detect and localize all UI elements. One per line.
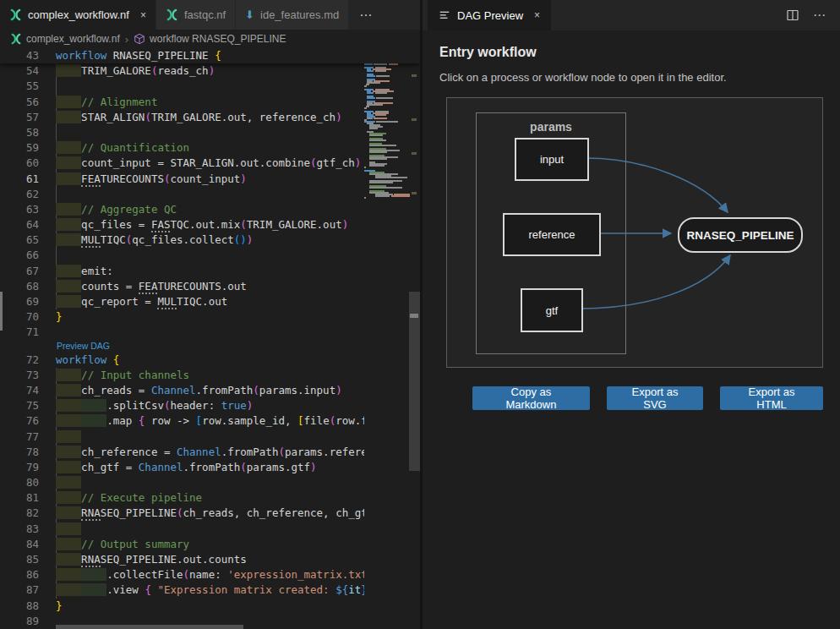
editor-group: complex_workflow.nf × fastqc.nf ⬇ ide_fe… [0, 0, 420, 629]
tab-fastqc-nf[interactable]: fastqc.nf [156, 0, 236, 30]
code-line[interactable]: 78 ch_reference = Channel.fromPath(param… [0, 445, 420, 460]
line-number: 55 [0, 79, 39, 94]
code-line[interactable]: 62 [0, 187, 420, 202]
code-line[interactable]: 88} [0, 599, 420, 614]
code-line[interactable]: 75 .splitCsv(header: true) [0, 398, 420, 413]
code-line[interactable]: 79 ch_gtf = Channel.fromPath(params.gtf) [0, 460, 420, 475]
codelens-preview-dag[interactable]: Preview DAG [0, 341, 420, 353]
cluster-params-label: params [477, 120, 625, 134]
code-line[interactable]: 85 RNASEQ_PIPELINE.out.counts [0, 552, 420, 567]
code-line[interactable]: 77 [0, 429, 420, 445]
panel-tab-dag-preview[interactable]: DAG Preview × [428, 0, 551, 30]
line-number: 85 [0, 552, 39, 567]
tab-label: fastqc.nf [184, 8, 226, 21]
sticky-scroll-line[interactable]: 43workflow RNASEQ_PIPELINE { [0, 48, 420, 63]
export-html-button[interactable]: Export as HTML [720, 386, 823, 410]
code-line[interactable]: 63 // Aggregate QC [0, 202, 420, 217]
line-number: 64 [0, 217, 39, 232]
editor-vertical-scrollbar[interactable] [409, 292, 420, 471]
code-line[interactable]: 61 FEATURECOUNTS(count_input) [0, 172, 420, 187]
line-number: 82 [0, 506, 39, 521]
tab-label: ide_features.md [260, 8, 339, 21]
split-editor-button[interactable] [786, 8, 799, 22]
editor-tab-bar: complex_workflow.nf × fastqc.nf ⬇ ide_fe… [0, 0, 420, 30]
line-number: 58 [0, 125, 39, 140]
code-line[interactable]: 56 // Alignment [0, 95, 420, 110]
code-line[interactable]: 60 count_input = STAR_ALIGN.out.combine(… [0, 156, 420, 171]
line-number: 71 [0, 325, 39, 340]
symbol-cube-icon [134, 33, 145, 45]
line-number: 60 [0, 156, 39, 171]
tab-ide-features-md[interactable]: ⬇ ide_features.md [236, 0, 349, 30]
tab-complex-workflow-nf[interactable]: complex_workflow.nf × [0, 0, 156, 30]
node-input[interactable]: input [515, 138, 589, 181]
code-line[interactable]: 64 qc_files = FASTQC.out.mix(TRIM_GALORE… [0, 217, 420, 232]
minimap[interactable] [361, 50, 408, 200]
copy-markdown-button[interactable]: Copy as Markdown [472, 386, 590, 410]
nextflow-icon [166, 8, 178, 21]
code-line[interactable]: 76 .map { row -> [row.sample_id, [file(r… [0, 413, 420, 429]
code-line[interactable]: 72workflow { [0, 353, 420, 368]
code-line[interactable]: 87 .view { "Expression matrix created: $… [0, 583, 420, 598]
code-line[interactable]: 84 // Output summary [0, 537, 420, 552]
line-number: 87 [0, 583, 39, 598]
breadcrumb-separator: › [125, 33, 128, 46]
breadcrumb-file[interactable]: complex_workflow.nf [26, 33, 120, 45]
editor-horizontal-scrollbar[interactable] [56, 625, 243, 629]
code-line[interactable]: 65 MULTIQC(qc_files.collect()) [0, 232, 420, 248]
code-line[interactable]: 67 emit: [0, 264, 420, 279]
code-line[interactable]: 58 [0, 125, 420, 140]
line-number: 75 [0, 398, 39, 413]
tabs-overflow-button[interactable]: ⋯ [349, 0, 383, 30]
panel-actions: ⋯ [786, 0, 840, 30]
code-line[interactable]: 54 TRIM_GALORE(reads_ch) [0, 63, 420, 79]
line-number: 62 [0, 187, 39, 202]
export-svg-button[interactable]: Export as SVG [607, 386, 703, 410]
code-line[interactable]: 74 ch_reads = Channel.fromPath(params.in… [0, 383, 420, 398]
panel-more-actions-button[interactable]: ⋯ [813, 8, 826, 23]
panel-description: Click on a process or workflow node to o… [439, 71, 823, 84]
code-line[interactable]: 82 RNASEQ_PIPELINE(ch_reads, ch_referenc… [0, 506, 420, 521]
close-icon[interactable]: × [534, 9, 540, 21]
line-number: 84 [0, 537, 39, 552]
breadcrumb-symbol[interactable]: workflow RNASEQ_PIPELINE [150, 33, 286, 45]
overview-ruler-mark [412, 152, 417, 155]
code-line[interactable]: 81 // Execute pipeline [0, 490, 420, 506]
tab-label: complex_workflow.nf [28, 8, 129, 21]
line-number: 43 [0, 48, 39, 63]
line-number: 63 [0, 202, 39, 217]
line-number: 76 [0, 413, 39, 429]
code-line[interactable]: 57 STAR_ALIGN(TRIM_GALORE.out, reference… [0, 110, 420, 125]
close-icon[interactable]: × [140, 9, 146, 21]
code-line[interactable]: 59 // Quantification [0, 140, 420, 156]
export-buttons-row: Copy as Markdown Export as SVG Export as… [472, 386, 823, 410]
code-line[interactable]: 80 [0, 475, 420, 490]
code-line[interactable]: 43workflow RNASEQ_PIPELINE { [0, 48, 420, 63]
code-line[interactable]: 70} [0, 309, 420, 325]
code-line[interactable]: 86 .collectFile(name: 'expression_matrix… [0, 567, 420, 583]
code-line[interactable]: 73 // Input channels [0, 368, 420, 383]
line-number: 79 [0, 460, 39, 475]
node-rnaseq-pipeline[interactable]: RNASEQ_PIPELINE [678, 217, 803, 253]
code-line[interactable]: 66 [0, 248, 420, 263]
code-line[interactable]: 71 [0, 325, 420, 340]
markdown-icon: ⬇ [245, 9, 254, 20]
line-number: 65 [0, 232, 39, 248]
node-reference[interactable]: reference [503, 213, 601, 256]
code-line[interactable]: 68 counts = FEATURECOUNTS.out [0, 279, 420, 294]
code-line[interactable]: 69 qc_report = MULTIQC.out [0, 294, 420, 309]
dag-canvas: params input reference gtf RNASEQ_PIPELI… [446, 97, 823, 368]
line-number: 59 [0, 140, 39, 156]
preview-list-icon [439, 9, 450, 21]
code-line[interactable]: 55 [0, 79, 420, 94]
panel-body: Entry workflow Click on a process or wor… [423, 30, 840, 410]
code-line[interactable]: 83 [0, 522, 420, 537]
line-number: 73 [0, 368, 39, 383]
editor-left-sash[interactable] [0, 292, 3, 331]
node-gtf[interactable]: gtf [521, 288, 583, 332]
line-number: 78 [0, 445, 39, 460]
line-number: 56 [0, 95, 39, 110]
code-lines: 54 TRIM_GALORE(reads_ch)5556 // Alignmen… [0, 63, 420, 629]
line-number: 89 [0, 614, 39, 629]
panel-tab-label: DAG Preview [457, 9, 523, 22]
